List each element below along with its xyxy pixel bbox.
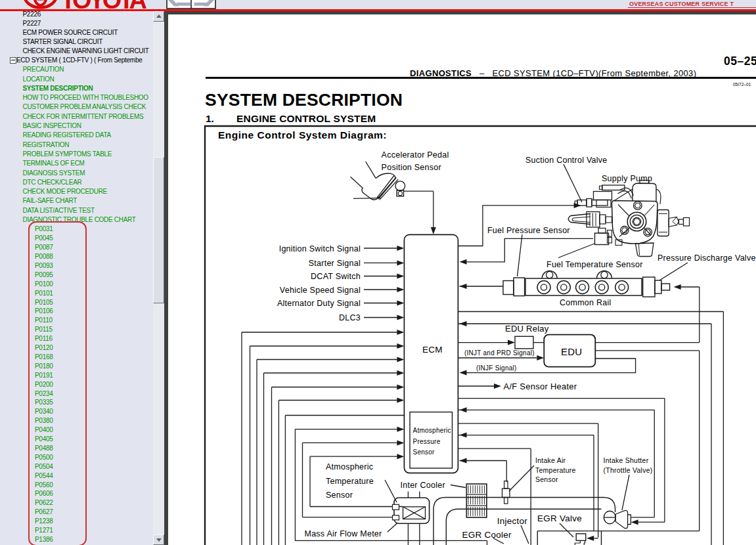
svg-text:Inter Cooler: Inter Cooler [401, 481, 445, 490]
svg-text:Engine Control System Diagram:: Engine Control System Diagram: [218, 129, 387, 141]
svg-text:DLC3: DLC3 [339, 313, 361, 322]
svg-text:EGR Cooler: EGR Cooler [462, 530, 512, 540]
svg-text:(INJT and PRD Signal): (INJT and PRD Signal) [464, 349, 535, 357]
svg-text:Temperature: Temperature [326, 477, 374, 486]
svg-text:Fuel Temperature Sensor: Fuel Temperature Sensor [546, 260, 643, 269]
svg-text:Accelerator Pedal: Accelerator Pedal [382, 150, 449, 160]
svg-text:Vehicle Speed Signal: Vehicle Speed Signal [280, 286, 361, 295]
svg-text:Starter Signal: Starter Signal [309, 259, 361, 268]
svg-text:EGR Valve: EGR Valve [537, 513, 582, 523]
svg-text:(Throttle Valve): (Throttle Valve) [604, 466, 653, 474]
svg-text:Intake Shutter: Intake Shutter [604, 456, 649, 464]
svg-text:A/F Sensor Heater: A/F Sensor Heater [504, 381, 577, 391]
svg-text:Suction Control Valve: Suction Control Valve [525, 156, 608, 165]
svg-text:EDU Relay: EDU Relay [505, 324, 549, 334]
svg-text:Intake Air: Intake Air [535, 456, 566, 464]
svg-text:Temperature: Temperature [535, 466, 576, 474]
svg-text:ECM: ECM [422, 345, 443, 355]
svg-text:Atmospheric: Atmospheric [413, 427, 451, 434]
svg-text:DCAT Switch: DCAT Switch [311, 272, 361, 281]
svg-text:Pressure: Pressure [413, 438, 441, 445]
svg-text:Ignition Switch Signal: Ignition Switch Signal [279, 244, 361, 253]
svg-text:Mass Air Flow Meter: Mass Air Flow Meter [305, 529, 382, 538]
svg-text:Injector: Injector [497, 516, 528, 526]
svg-text:Sensor: Sensor [535, 475, 558, 483]
svg-text:Sensor: Sensor [326, 490, 353, 500]
svg-text:Fuel Pressure Sensor: Fuel Pressure Sensor [487, 226, 570, 235]
svg-text:TOYOTA: TOYOTA [60, 0, 147, 9]
svg-text:(INJF Signal): (INJF Signal) [476, 364, 517, 372]
svg-text:Supply Pump: Supply Pump [602, 174, 652, 183]
svg-text:Atmospheric: Atmospheric [326, 462, 373, 471]
svg-text:Position Sensor: Position Sensor [382, 163, 441, 172]
svg-text:Common Rail: Common Rail [560, 298, 611, 307]
svg-text:Pressure Discharge Valve: Pressure Discharge Valve [657, 253, 756, 263]
svg-text:Sensor: Sensor [413, 448, 435, 456]
svg-text:EDU: EDU [561, 346, 582, 357]
svg-text:Alternator Duty Signal: Alternator Duty Signal [277, 299, 361, 308]
